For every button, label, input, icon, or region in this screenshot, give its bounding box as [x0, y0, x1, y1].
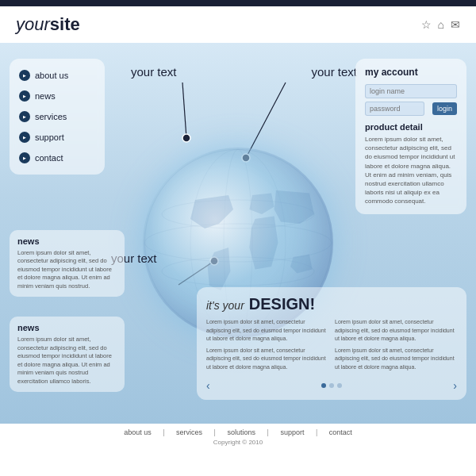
password-row: login [365, 102, 457, 116]
nav-label-support: support [35, 132, 64, 142]
footer-link-contact[interactable]: contact [329, 428, 352, 436]
news-2-title: news [17, 323, 117, 332]
nav-arrow-support [19, 132, 30, 143]
design-col-2: Lorem ipsum dolor sit amet, consectetur … [335, 318, 457, 374]
design-word: DESIGN! [249, 295, 315, 313]
news-1-title: news [17, 236, 117, 246]
nav-item-services[interactable]: services [10, 106, 105, 127]
footer-link-services[interactable]: services [176, 428, 202, 436]
footer-links: about us | services | solutions | suppor… [5, 428, 471, 436]
nav-item-about[interactable]: about us [10, 65, 105, 86]
news-1-text: Lorem ipsum dolor sit amet, consectetur … [17, 249, 117, 291]
panel-nav: ‹ › [206, 379, 457, 392]
account-title: my account [365, 67, 457, 78]
home-icon[interactable]: ⌂ [438, 18, 444, 31]
header-icons: ☆ ⌂ ✉ [421, 18, 460, 31]
news-panel-2: news Lorem ipsum dolor sit amet, consect… [10, 317, 125, 392]
mail-icon[interactable]: ✉ [451, 18, 460, 31]
nav-arrow-about [19, 70, 30, 81]
product-detail: product detail Lorem ipsum dolor sit ame… [365, 122, 457, 206]
nav-item-contact[interactable]: contact [10, 148, 105, 168]
nav-item-support[interactable]: support [10, 127, 105, 148]
password-input[interactable] [365, 102, 424, 116]
design-col2-p2: Lorem ipsum dolor sit amet, consectetur … [335, 347, 457, 372]
design-col1-p2: Lorem ipsum dolor sit amet, consectetur … [206, 347, 328, 372]
logo-your: your [16, 14, 50, 34]
news-2-text: Lorem ipsum dolor sit amet, consectetur … [17, 336, 117, 386]
its-your-text: it's your [206, 299, 244, 312]
footer: about us | services | solutions | suppor… [0, 424, 476, 451]
svg-point-9 [162, 257, 314, 286]
nav-label-about: about us [35, 71, 68, 80]
login-button[interactable]: login [432, 102, 457, 115]
design-panel: it's your DESIGN! Lorem ipsum dolor sit … [197, 287, 466, 400]
prev-arrow[interactable]: ‹ [206, 379, 210, 392]
design-col-1: Lorem ipsum dolor sit amet, consectetur … [206, 318, 328, 374]
footer-sep-3: | [267, 428, 269, 436]
footer-sep-2: | [214, 428, 216, 436]
nav-arrow-services [19, 111, 30, 122]
product-text: Lorem ipsum dolor sit amet, consectetur … [365, 135, 457, 206]
nav-arrow-contact [19, 152, 30, 163]
logo-site: site [50, 14, 80, 34]
main-content: about us news services support contact y… [0, 43, 476, 424]
svg-line-2 [246, 83, 286, 158]
top-bar [0, 0, 476, 6]
nav-label-contact: contact [35, 153, 63, 163]
design-col1-p1: Lorem ipsum dolor sit amet, consectetur … [206, 318, 328, 344]
left-nav-panel: about us news services support contact [10, 59, 105, 175]
footer-link-support[interactable]: support [280, 428, 304, 436]
design-cols: Lorem ipsum dolor sit amet, consectetur … [206, 318, 457, 374]
svg-point-1 [182, 134, 190, 142]
nav-label-news: news [35, 91, 56, 101]
nav-label-services: services [35, 112, 67, 121]
dot-3 [337, 383, 342, 388]
star-icon[interactable]: ☆ [421, 18, 432, 31]
nav-item-news[interactable]: news [10, 86, 105, 106]
dot-1 [321, 383, 326, 388]
footer-link-solutions[interactable]: solutions [227, 428, 255, 436]
next-arrow[interactable]: › [453, 379, 457, 392]
design-col2-p1: Lorem ipsum dolor sit amet, consectetur … [335, 318, 457, 344]
svg-line-0 [182, 83, 186, 138]
design-header: it's your DESIGN! [206, 295, 457, 313]
callout-top-left: your text [131, 65, 177, 79]
nav-arrow-news [19, 90, 30, 102]
header: yoursite ☆ ⌂ ✉ [0, 6, 476, 43]
footer-link-about[interactable]: about us [124, 428, 152, 436]
copyright: Copyright © 2010 [5, 439, 471, 446]
news-panel-1: news Lorem ipsum dolor sit amet, consect… [10, 230, 125, 298]
footer-sep-1: | [163, 428, 164, 436]
panel-dots [321, 383, 342, 388]
logo: yoursite [16, 14, 80, 35]
footer-sep-4: | [316, 428, 317, 436]
dot-2 [329, 383, 334, 388]
login-name-input[interactable] [365, 84, 457, 98]
product-title: product detail [365, 122, 457, 132]
account-panel: my account login product detail Lorem ip… [355, 59, 466, 214]
callout-top-right: your text [311, 65, 357, 79]
